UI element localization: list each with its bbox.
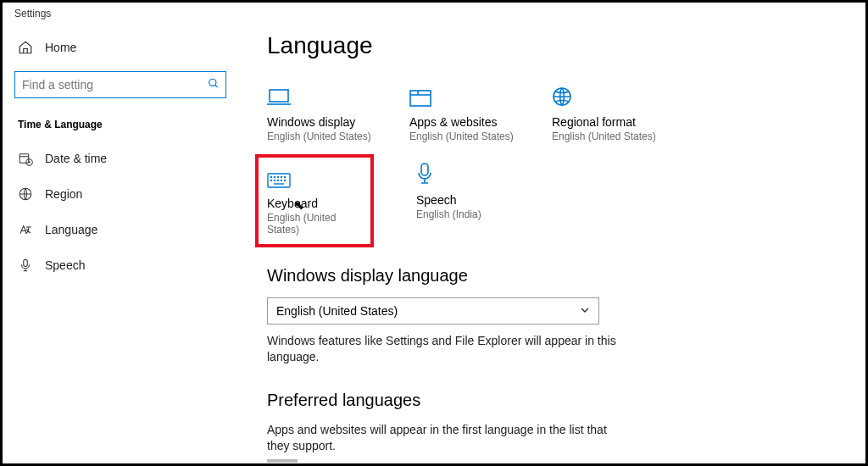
svg-point-19 (271, 180, 272, 181)
svg-point-17 (281, 177, 282, 178)
svg-point-20 (275, 180, 275, 181)
display-language-heading: Windows display language (267, 266, 840, 286)
tile-label: Keyboard⬉ (267, 197, 362, 210)
tile-apps-websites[interactable]: Apps & websites English (United States) (409, 81, 518, 142)
sidebar-item-label: Region (45, 187, 82, 201)
sidebar-item-label: Language (45, 223, 97, 236)
tile-sub: English (United States) (267, 130, 376, 142)
add-language-button[interactable]: Add a language (267, 459, 840, 463)
tile-label: Apps & websites (409, 115, 518, 129)
sidebar-item-language[interactable]: Language (14, 212, 226, 247)
svg-rect-25 (421, 164, 428, 175)
tile-sub: English (United States) (409, 130, 518, 142)
keyboard-icon (267, 163, 362, 188)
svg-point-0 (209, 79, 216, 86)
svg-point-21 (278, 180, 279, 181)
tile-row-1: Windows display English (United States) … (267, 81, 840, 142)
microphone-icon (18, 258, 33, 273)
highlight-box: Keyboard⬉ English (United States) (255, 154, 374, 247)
chevron-down-icon (580, 304, 590, 318)
laptop-icon (267, 81, 376, 107)
window-title: Settings (3, 3, 865, 22)
svg-point-18 (285, 177, 286, 178)
display-language-helper: Windows features like Settings and File … (267, 333, 632, 365)
tile-sub: English (India) (416, 208, 525, 220)
preferred-languages-helper: Apps and websites will appear in the fir… (267, 422, 632, 454)
globe-icon (18, 186, 33, 202)
svg-point-14 (271, 177, 272, 178)
svg-point-16 (278, 177, 279, 178)
svg-rect-2 (19, 154, 29, 164)
preferred-languages-heading: Preferred languages (267, 391, 840, 410)
sidebar-item-label: Date & time (45, 152, 107, 165)
tile-sub: English (United States) (552, 130, 660, 142)
svg-point-22 (281, 180, 282, 181)
page-title: Language (267, 32, 840, 59)
svg-point-23 (285, 180, 286, 181)
tile-label: Windows display (267, 115, 376, 129)
tile-label: Speech (416, 193, 525, 207)
main-content: Language Windows display English (United… (238, 22, 865, 463)
tile-label: Regional format (552, 115, 660, 129)
language-icon (18, 222, 33, 237)
sidebar-item-region[interactable]: Region (14, 176, 226, 212)
search-input[interactable] (14, 71, 226, 98)
section-title: Time & Language (14, 110, 226, 141)
home-icon (18, 40, 33, 55)
tile-windows-display[interactable]: Windows display English (United States) (267, 81, 376, 142)
svg-rect-9 (410, 91, 431, 106)
window-icon (409, 81, 518, 107)
svg-line-1 (215, 85, 218, 87)
sidebar-item-label: Speech (45, 258, 85, 272)
sidebar-item-speech[interactable]: Speech (14, 247, 226, 283)
sidebar: Home Time & Language Date & time Region (3, 22, 238, 463)
svg-rect-7 (270, 90, 288, 102)
globe-format-icon (552, 81, 660, 107)
microphone-icon (416, 159, 525, 185)
cursor-icon: ⬉ (294, 198, 304, 212)
search-wrap (14, 71, 226, 98)
sidebar-item-datetime[interactable]: Date & time (14, 141, 226, 176)
display-language-dropdown[interactable]: English (United States) (267, 297, 599, 325)
search-icon (208, 78, 220, 92)
svg-rect-6 (24, 259, 28, 266)
nav-list: Date & time Region Language Speech (14, 141, 226, 283)
home-button[interactable]: Home (14, 32, 226, 63)
tile-speech[interactable]: Speech English (India) (416, 159, 525, 247)
tile-keyboard[interactable]: Keyboard⬉ English (United States) (267, 163, 362, 236)
plus-icon (267, 459, 298, 463)
home-label: Home (45, 41, 76, 54)
layout: Home Time & Language Date & time Region (3, 22, 865, 463)
tile-sub: English (United States) (267, 212, 362, 236)
tile-row-2: Keyboard⬉ English (United States) Speech… (267, 159, 840, 247)
svg-point-15 (275, 177, 275, 178)
tile-regional-format[interactable]: Regional format English (United States) (552, 81, 660, 142)
dropdown-value: English (United States) (276, 304, 398, 318)
calendar-clock-icon (18, 151, 33, 166)
